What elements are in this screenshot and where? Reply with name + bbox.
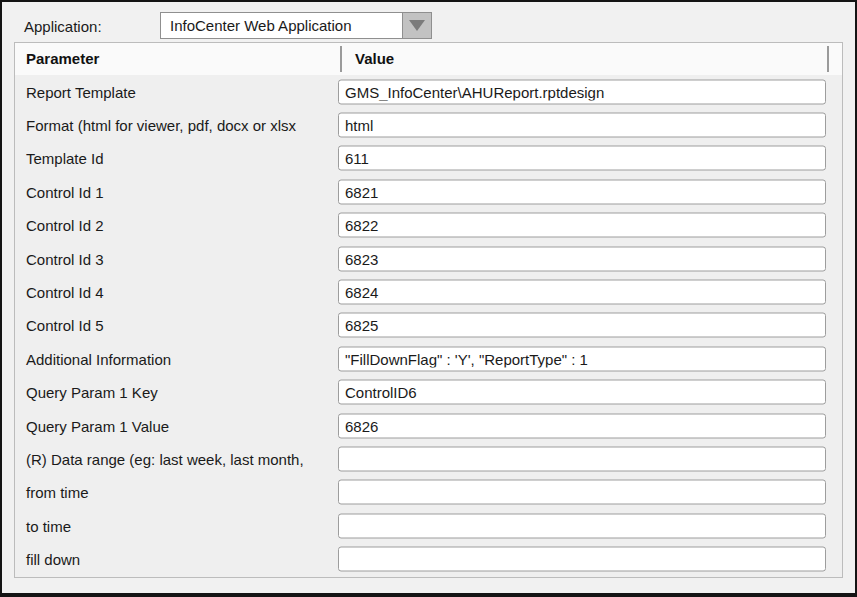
parameter-label: Report Template <box>26 83 136 100</box>
parameter-label: Query Param 1 Value <box>26 417 169 434</box>
value-input[interactable] <box>338 380 826 405</box>
table-row: Control Id 4 <box>15 275 842 308</box>
parameter-table-body: Report Template Format (html for viewer,… <box>15 75 842 576</box>
table-header: Parameter Value <box>15 43 842 75</box>
parameter-label: (R) Data range (eg: last week, last mont… <box>26 450 304 467</box>
value-input[interactable] <box>338 413 826 438</box>
column-divider <box>827 46 829 72</box>
table-row: Query Param 1 Value <box>15 409 842 442</box>
parameter-label: Control Id 3 <box>26 250 104 267</box>
value-input[interactable] <box>338 480 826 505</box>
dropdown-arrow-icon <box>409 20 425 31</box>
value-input[interactable] <box>338 313 826 338</box>
parameter-editor-panel: Application: InfoCenter Web Application … <box>0 0 857 597</box>
table-row: Template Id <box>15 142 842 175</box>
value-input[interactable] <box>338 547 826 572</box>
table-row: Control Id 3 <box>15 242 842 275</box>
table-row: from time <box>15 476 842 509</box>
parameter-label: from time <box>26 484 89 501</box>
column-header-value: Value <box>355 43 394 75</box>
table-row: to time <box>15 509 842 542</box>
application-dropdown-value[interactable]: InfoCenter Web Application <box>160 12 403 39</box>
table-row: Query Param 1 Key <box>15 376 842 409</box>
parameter-label: to time <box>26 517 71 534</box>
table-row: Control Id 1 <box>15 175 842 208</box>
parameter-label: Additional Information <box>26 350 171 367</box>
column-divider <box>340 46 342 72</box>
parameter-label: Query Param 1 Key <box>26 384 158 401</box>
parameter-label: Control Id 1 <box>26 183 104 200</box>
parameter-label: Control Id 2 <box>26 217 104 234</box>
value-input[interactable] <box>338 346 826 371</box>
application-dropdown-button[interactable] <box>402 12 432 39</box>
value-input[interactable] <box>338 246 826 271</box>
value-input[interactable] <box>338 213 826 238</box>
value-input[interactable] <box>338 79 826 104</box>
application-label: Application: <box>24 13 102 40</box>
parameter-label: Control Id 4 <box>26 284 104 301</box>
value-input[interactable] <box>338 113 826 138</box>
parameter-label: Control Id 5 <box>26 317 104 334</box>
column-header-parameter: Parameter <box>26 43 99 75</box>
table-row: Format (html for viewer, pdf, docx or xl… <box>15 108 842 141</box>
table-row: Control Id 5 <box>15 309 842 342</box>
value-input[interactable] <box>338 146 826 171</box>
value-input[interactable] <box>338 446 826 471</box>
parameter-label: Template Id <box>26 150 104 167</box>
table-row: fill down <box>15 542 842 575</box>
table-row: Control Id 2 <box>15 209 842 242</box>
table-row: Additional Information <box>15 342 842 375</box>
value-input[interactable] <box>338 179 826 204</box>
value-input[interactable] <box>338 280 826 305</box>
application-dropdown[interactable]: InfoCenter Web Application <box>160 12 432 39</box>
parameter-table: Parameter Value Report Template Format (… <box>14 42 843 578</box>
table-row: (R) Data range (eg: last week, last mont… <box>15 442 842 475</box>
table-row: Report Template <box>15 75 842 108</box>
parameter-label: Format (html for viewer, pdf, docx or xl… <box>26 117 296 134</box>
value-input[interactable] <box>338 513 826 538</box>
parameter-label: fill down <box>26 551 80 568</box>
